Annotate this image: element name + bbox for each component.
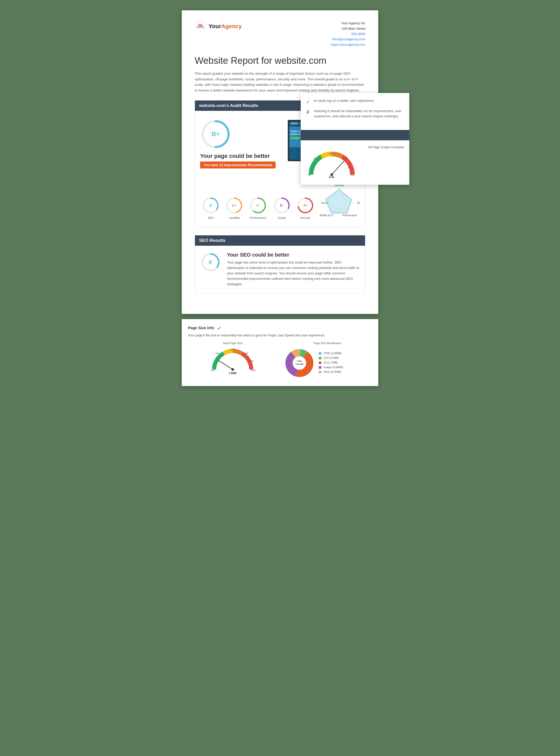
page-wrapper: YourAgency Your Agency Inc 100 Main Stre… <box>182 10 378 386</box>
svg-point-62 <box>232 368 234 371</box>
sub-grade-seo: B SEO <box>200 196 221 219</box>
svg-text:SEO: SEO <box>357 202 360 204</box>
sub-grade-security: A+ Security <box>295 196 316 219</box>
overlay-inner: ✓ to easily tap on a better user experie… <box>301 93 409 127</box>
bottom-section: Page Size Info ✓ Your page's file size i… <box>182 319 378 386</box>
logo-icon <box>195 21 206 32</box>
seo-result-title: Your SEO could be better <box>227 252 360 258</box>
overlay-card: ✓ to easily tap on a better user experie… <box>301 93 409 185</box>
check-row-1: ✓ to easily tap on a better user experie… <box>306 98 404 105</box>
sub-grade-performance: A- Performance <box>247 196 268 219</box>
speed-gauge-svg: 0s 4s 8s 12s 16s 20s 6.8s <box>306 150 358 178</box>
seo-section-header: SEO Results <box>195 235 365 246</box>
logo-your: Your <box>208 23 221 29</box>
social-grade-label: B- <box>280 204 283 207</box>
audit-left: B+ Your page could be better You have 12… <box>200 119 277 175</box>
sub-grade-social: B- Social <box>271 196 293 219</box>
usability-name: Usability <box>229 216 240 219</box>
sub-grades-row: B SEO B+ Usability A- <box>195 183 365 227</box>
svg-text:4MB: 4MB <box>215 352 219 355</box>
svg-text:8MB: 8MB <box>230 348 234 350</box>
charts-row: Total Page Size 0MB 4MB 8MB <box>188 341 372 380</box>
agency-company: Your Agency Inc <box>331 21 365 26</box>
security-grade-label: A+ <box>303 204 307 207</box>
overall-grade-circle: B+ <box>200 119 231 150</box>
page-size-check-icon: ✓ <box>217 325 221 332</box>
agency-email: info@youragency.com <box>331 37 365 42</box>
agency-address: 100 Main Street <box>331 26 365 31</box>
seo-result-desc: Your page has some level of optimization… <box>227 260 360 287</box>
usability-circle: B+ <box>225 196 243 215</box>
svg-text:20MB: 20MB <box>250 369 256 372</box>
report-header: YourAgency Your Agency Inc 100 Main Stre… <box>195 21 365 47</box>
seo-grade-inner: B <box>209 260 212 265</box>
check-green-icon-1: ✓ <box>306 99 310 105</box>
total-page-size-chart: Total Page Size 0MB 4MB 8MB <box>188 341 277 376</box>
page-size-card: Page Size Info ✓ Your page's file size i… <box>182 319 378 386</box>
all-scripts-label: All Page Scripts Complete <box>306 145 404 149</box>
check-row-2: ✗ meaning it should be reasonably om for… <box>306 108 404 119</box>
page-size-title: Page Size Info <box>188 326 214 330</box>
donut-legend: HTML (0.06MB) CSS (0.2MB) JS (1.17MB) Im… <box>319 351 343 375</box>
page-size-breakdown-label: Page Size Breakdown <box>283 341 372 345</box>
svg-text:20s: 20s <box>350 174 354 176</box>
improvements-badge: You have 12 Improvements Recommended <box>200 162 276 168</box>
social-name: Social <box>278 216 286 219</box>
seo-circle: B <box>201 196 220 215</box>
audit-page-title: Your page could be better <box>200 153 270 160</box>
logo-text: YourAgency <box>208 23 242 30</box>
sub-grade-usability: B+ Usability <box>224 196 245 219</box>
seo-grade-label: B <box>209 203 212 208</box>
performance-circle: A- <box>249 196 267 215</box>
svg-text:16MB: 16MB <box>248 360 254 362</box>
svg-text:12MB: 12MB <box>243 352 248 355</box>
page-size-desc: Your page's file size is reasonably low … <box>188 333 372 338</box>
svg-text:2.65 MB: 2.65 MB <box>296 363 303 365</box>
agency-website: https://youragency.com <box>331 42 365 47</box>
svg-line-52 <box>332 161 344 175</box>
svg-text:0MB: 0MB <box>211 369 215 372</box>
svg-text:Performance: Performance <box>342 214 357 217</box>
security-name: Security <box>300 216 311 219</box>
seo-content: B Your SEO could be better Your page has… <box>195 246 365 293</box>
agency-info: Your Agency Inc 100 Main Street 555 9000… <box>331 21 365 47</box>
svg-text:8s: 8s <box>329 152 332 155</box>
svg-marker-43 <box>326 190 352 213</box>
overall-grade-text: B+ <box>212 130 220 138</box>
check-text-1: to easily tap on a better user experienc… <box>314 98 375 103</box>
svg-text:0s: 0s <box>308 174 311 176</box>
svg-line-61 <box>219 361 233 370</box>
report-description: This report grades your website on the s… <box>195 71 365 93</box>
check-red-icon-1: ✗ <box>306 109 310 115</box>
agency-phone: 555 9000 <box>331 31 365 37</box>
seo-grade-circle: B <box>200 252 221 273</box>
page-size-breakdown-chart: Page Size Breakdown <box>283 341 372 380</box>
speedometer-area: All Page Scripts Complete 0s 4s 8s 12s 1… <box>301 143 409 185</box>
total-page-size-label: Total Page Size <box>188 341 277 345</box>
svg-text:6.8s: 6.8s <box>329 175 334 178</box>
spider-chart-svg: Security SEO Performance Mobile & UI Soc… <box>319 183 360 219</box>
report-title: Website Report for website.com <box>195 55 365 66</box>
page-size-info: Page Size Info ✓ Your page's file size i… <box>188 325 372 380</box>
spider-chart-area: Security SEO Performance Mobile & UI Soc… <box>319 183 360 219</box>
svg-text:Total: Total <box>297 360 302 362</box>
check-text-2: meaning it should be reasonably om for i… <box>314 108 404 119</box>
svg-text:2.6MB: 2.6MB <box>229 372 236 375</box>
performance-grade-label: A- <box>257 204 260 207</box>
logo-area: YourAgency <box>195 21 242 32</box>
usability-grade-label: B+ <box>232 203 237 208</box>
svg-text:16s: 16s <box>348 166 352 169</box>
overlay-dark-bar <box>301 130 409 140</box>
seo-text: Your SEO could be better Your page has s… <box>227 252 360 287</box>
social-circle: B- <box>273 196 291 215</box>
svg-text:12s: 12s <box>343 157 347 160</box>
page-size-gauge-svg: 0MB 4MB 8MB 12MB 16MB 20MB 2.6MB <box>209 346 256 375</box>
logo-agency: Agency <box>221 23 241 29</box>
performance-name: Performance <box>250 216 266 219</box>
donut-svg: Total 2.65 MB <box>283 346 316 380</box>
svg-text:Mobile & UI: Mobile & UI <box>320 214 333 217</box>
svg-text:4s: 4s <box>313 157 316 160</box>
security-circle: A+ <box>296 196 315 215</box>
svg-rect-7 <box>291 123 298 125</box>
seo-name: SEO <box>207 216 214 219</box>
